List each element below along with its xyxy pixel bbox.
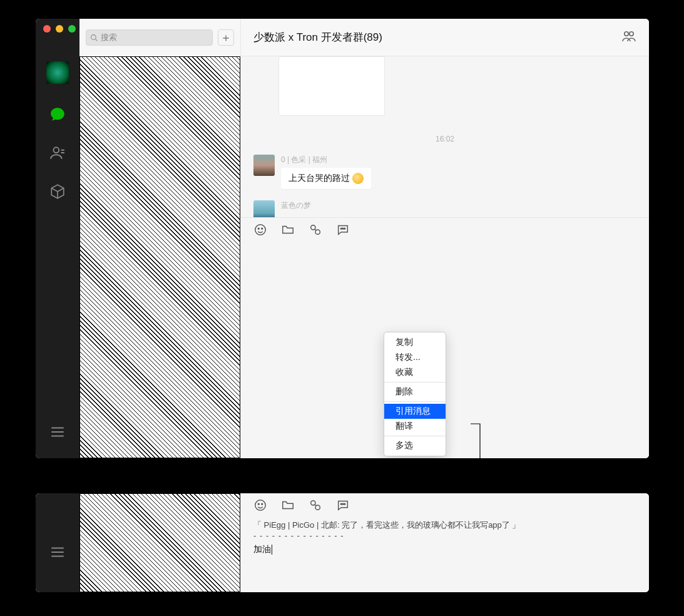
folder-icon[interactable] [281, 498, 295, 512]
menu-translate[interactable]: 翻译 [384, 419, 446, 434]
quote-separator: - - - - - - - - - - - - - - - [241, 531, 649, 540]
conversation-list-placeholder[interactable] [79, 493, 240, 592]
sender-name: 0 | 色采 | 福州 [281, 155, 371, 165]
message-text: 上天台哭的路过 [288, 173, 350, 184]
search-input[interactable]: 搜索 [86, 29, 213, 46]
conversation-column [79, 493, 241, 592]
contacts-icon[interactable] [49, 144, 66, 162]
text-cursor [272, 545, 272, 555]
menu-multiselect[interactable]: 多选 [384, 438, 446, 453]
svg-point-15 [262, 228, 263, 229]
collections-icon[interactable] [49, 183, 66, 200]
new-chat-button[interactable]: ＋ [218, 29, 234, 46]
window-controls [43, 25, 76, 33]
text-input-area[interactable]: 加油 [241, 540, 649, 559]
menu-forward[interactable]: 转发... [384, 350, 446, 365]
svg-point-17 [315, 230, 320, 234]
screenshot-icon[interactable] [309, 498, 322, 512]
search-row: 搜索 ＋ [79, 19, 240, 56]
close-dot[interactable] [43, 25, 51, 33]
svg-point-18 [340, 228, 342, 229]
typed-text: 加油 [253, 544, 271, 555]
sticker-message[interactable]: 我 很 开 心 [282, 213, 345, 217]
context-menu: 复制 转发... 收藏 删除 引用消息 翻译 多选 [384, 332, 446, 456]
svg-point-24 [311, 501, 315, 505]
message-bubble[interactable]: 上天台哭的路过 [281, 168, 371, 189]
menu-icon[interactable] [49, 543, 66, 561]
menu-icon[interactable] [49, 423, 66, 441]
svg-point-14 [258, 228, 259, 229]
svg-point-2 [625, 31, 628, 35]
chat-history-icon[interactable] [336, 498, 350, 512]
avatar[interactable] [46, 61, 69, 84]
svg-point-21 [255, 500, 266, 511]
chat-panel: 「 PiEgg | PicGo | 北邮: 完了，看完这些，我的玻璃心都不让我写… [241, 493, 649, 592]
minimize-dot[interactable] [56, 25, 63, 33]
menu-delete[interactable]: 删除 [384, 384, 446, 399]
svg-point-20 [344, 228, 345, 229]
menu-copy[interactable]: 复制 [384, 335, 446, 350]
message-row: 蓝色の梦 [253, 200, 636, 217]
nav-sidebar [36, 493, 79, 592]
chat-title: 少数派 x Tron 开发者群(89) [253, 30, 382, 44]
menu-favorite[interactable]: 收藏 [384, 365, 446, 380]
svg-point-27 [342, 503, 344, 505]
chat-body[interactable]: 16:02 0 | 色采 | 福州 上天台哭的路过 蓝色の梦 [241, 56, 649, 217]
menu-separator [384, 382, 446, 382]
svg-point-16 [311, 225, 315, 229]
svg-point-25 [315, 505, 320, 510]
salute-emoji-icon [352, 173, 364, 184]
svg-point-13 [255, 224, 266, 235]
avatar[interactable] [253, 155, 275, 176]
menu-quote[interactable]: 引用消息 [384, 404, 446, 419]
chats-icon[interactable] [49, 105, 66, 123]
svg-point-3 [630, 31, 633, 35]
svg-point-23 [262, 503, 263, 505]
menu-separator [384, 436, 446, 436]
image-message[interactable] [278, 56, 385, 116]
screenshot-icon[interactable] [309, 223, 322, 237]
svg-point-1 [91, 34, 96, 39]
nav-sidebar [36, 19, 79, 458]
chat-history-icon[interactable] [336, 223, 350, 237]
input-toolbar [241, 493, 649, 517]
svg-point-0 [54, 147, 59, 153]
sender-name: 蓝色の梦 [281, 200, 345, 211]
input-toolbar [241, 217, 649, 242]
conversation-column: 搜索 ＋ [79, 19, 241, 458]
svg-point-22 [258, 503, 259, 505]
conversation-list-placeholder[interactable] [79, 56, 240, 458]
search-placeholder: 搜索 [101, 32, 117, 43]
emoji-icon[interactable] [253, 223, 267, 237]
message-row: 0 | 色采 | 福州 上天台哭的路过 [253, 155, 636, 189]
group-members-icon[interactable] [621, 29, 636, 46]
menu-separator [384, 401, 446, 402]
emoji-icon[interactable] [253, 498, 267, 512]
chat-window-result: 「 PiEgg | PicGo | 北邮: 完了，看完这些，我的玻璃心都不让我写… [36, 493, 649, 592]
chat-header: 少数派 x Tron 开发者群(89) [241, 19, 649, 56]
svg-point-28 [344, 503, 345, 505]
avatar[interactable] [253, 200, 275, 217]
svg-point-26 [340, 503, 342, 505]
svg-point-19 [342, 228, 344, 229]
folder-icon[interactable] [281, 223, 295, 237]
chat-window-main: 搜索 ＋ 少数派 x Tron 开发者群(89) 16:02 0 | 色采 | … [36, 19, 649, 458]
chat-panel: 少数派 x Tron 开发者群(89) 16:02 0 | 色采 | 福州 上天… [241, 19, 649, 458]
timestamp: 16:02 [253, 135, 636, 143]
quoted-text: 「 PiEgg | PicGo | 北邮: 完了，看完这些，我的玻璃心都不让我写… [241, 517, 649, 531]
zoom-dot[interactable] [68, 25, 76, 33]
